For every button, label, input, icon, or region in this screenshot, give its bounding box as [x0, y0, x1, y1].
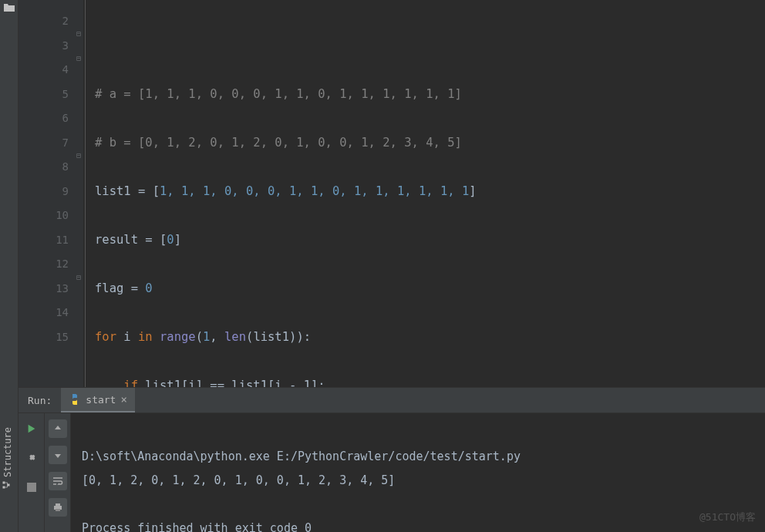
close-icon[interactable]: × — [120, 393, 126, 406]
run-tab-start[interactable]: start × — [61, 388, 135, 412]
fold-icon[interactable]: ⊟ — [76, 143, 81, 168]
scroll-up-button[interactable] — [49, 419, 67, 438]
svg-rect-1 — [3, 487, 5, 489]
fold-gutter[interactable]: ⊟ ⊟ ⊟ ⊟ — [75, 0, 83, 387]
run-toolbar-primary — [19, 413, 45, 532]
structure-tool-tab[interactable]: Structure — [2, 427, 13, 490]
fold-icon[interactable]: ⊟ — [76, 46, 81, 71]
watermark: @51CTO博客 — [699, 510, 756, 524]
fold-end-icon[interactable]: ⊟ — [76, 265, 81, 290]
svg-rect-0 — [3, 482, 5, 484]
soft-wrap-button[interactable] — [49, 472, 67, 490]
console-exit-line: Process finished with exit code 0 — [82, 521, 312, 532]
python-file-icon — [69, 393, 81, 406]
run-toolbar-secondary — [45, 413, 71, 532]
settings-button[interactable] — [22, 449, 41, 467]
scroll-down-button[interactable] — [49, 446, 67, 464]
run-tab-label: start — [86, 394, 116, 406]
svg-rect-5 — [56, 503, 60, 506]
fold-icon[interactable]: ⊟ — [76, 22, 81, 46]
run-panel: Run: start × D:\soft\Anaconda\python.exe… — [19, 387, 765, 532]
console-output[interactable]: D:\soft\Anaconda\python.exe E:/PythonCra… — [71, 413, 765, 532]
console-command-line: D:\soft\Anaconda\python.exe E:/PythonCra… — [82, 450, 521, 463]
run-panel-header: Run: start × — [19, 388, 765, 413]
code-editor[interactable]: 2 3 4 5 6 7 8 9 10 11 12 13 14 15 ⊟ ⊟ ⊟ … — [19, 0, 765, 387]
rerun-button[interactable] — [22, 419, 41, 438]
svg-rect-3 — [27, 483, 36, 492]
comment-line: # b = [0, 1, 2, 0, 1, 2, 0, 1, 0, 0, 1, … — [95, 136, 462, 150]
print-button[interactable] — [49, 498, 67, 517]
console-result-line: [0, 1, 2, 0, 1, 2, 0, 1, 0, 0, 1, 2, 3, … — [82, 473, 395, 487]
comment-line: # a = [1, 1, 1, 0, 0, 0, 1, 1, 0, 1, 1, … — [95, 87, 462, 101]
gutter-line-numbers: 2 3 4 5 6 7 8 9 10 11 12 13 14 15 ⊟ ⊟ ⊟ … — [19, 0, 83, 387]
svg-rect-6 — [56, 509, 60, 511]
run-label: Run: — [19, 395, 61, 406]
code-content[interactable]: # a = [1, 1, 1, 0, 0, 0, 1, 1, 0, 1, 1, … — [85, 0, 765, 387]
svg-rect-2 — [8, 484, 10, 487]
stop-button[interactable] — [22, 478, 41, 497]
project-tool-strip: Structure — [0, 0, 19, 532]
project-folder-icon[interactable] — [3, 2, 15, 17]
